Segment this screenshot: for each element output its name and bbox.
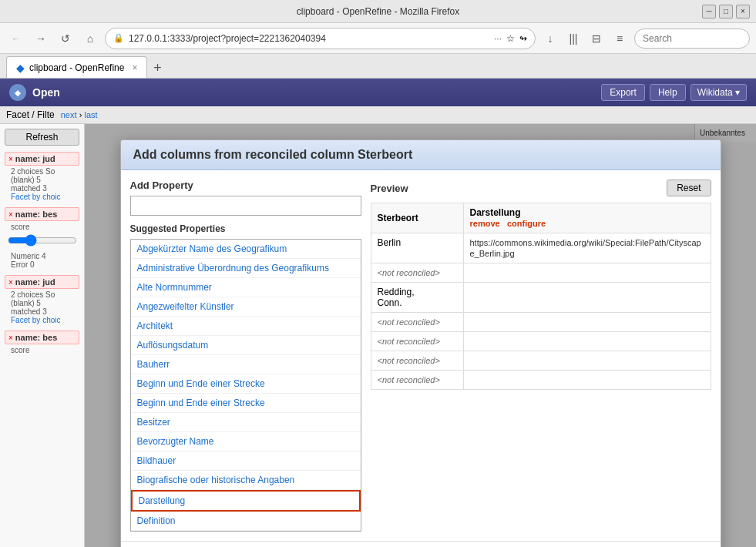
export-button[interactable]: Export (601, 84, 645, 101)
property-input[interactable] (130, 196, 361, 216)
refresh-button[interactable]: Refresh (5, 129, 79, 146)
suggestion-bevorzugter[interactable]: Bevorzugter Name (131, 432, 361, 451)
slider-container (5, 231, 79, 252)
redding-text: Redding,Conn. (378, 287, 415, 308)
suggestion-darstellung[interactable]: Darstellung (131, 490, 361, 512)
table-row: <not reconciled> (371, 332, 711, 351)
facet-matched: matched 3 (5, 184, 79, 193)
menu-button[interactable]: ≡ (610, 29, 630, 49)
sub-header: Facet / Filte next › last (0, 106, 756, 124)
window-controls: ─ □ × (702, 5, 750, 18)
facet-filter-label: Facet / Filte (6, 109, 55, 120)
forward-button[interactable]: → (31, 29, 51, 49)
row6-col2 (463, 351, 711, 371)
facet-item: × name: jud (5, 152, 79, 166)
suggestion-auflosung[interactable]: Auflösungsdatum (131, 336, 361, 355)
table-row: Redding,Conn. (371, 283, 711, 313)
facet-blank: (blank) 5 (5, 176, 79, 184)
reload-button[interactable]: ↺ (55, 29, 76, 49)
suggestion-architekt[interactable]: Architekt (131, 317, 361, 336)
row3-col2 (463, 283, 711, 313)
suggestion-bildhauer[interactable]: Bildhauer (131, 451, 361, 471)
bookmark-icon: ☆ (506, 33, 515, 44)
facet-matched-2: matched 3 (5, 307, 79, 316)
wikidata-button[interactable]: Wikidata ▾ (690, 84, 747, 101)
facet-blank-2: (blank) 5 (5, 299, 79, 307)
col2-header-label: Darstellung (470, 207, 704, 218)
facet-link-2[interactable]: Facet by choic (5, 316, 79, 324)
app-container: ◆ Open Export Help Wikidata ▾ Facet / Fi… (0, 79, 756, 547)
not-reconciled-5: <not reconciled> (378, 375, 440, 384)
bg-content: Unbekanntes Add columns from reconciled … (85, 124, 756, 547)
main-content: Refresh × name: jud 2 choices So (blank)… (0, 124, 756, 547)
help-button[interactable]: Help (650, 84, 686, 101)
dialog-footer: OK Cancel (121, 541, 721, 547)
reading-list-button[interactable]: ||| (563, 29, 583, 49)
suggestion-administrative[interactable]: Administrative Überordnung des Geografik… (131, 259, 361, 278)
suggestion-definition[interactable]: Definition (131, 512, 361, 531)
back-button[interactable]: ← (6, 29, 26, 49)
reader-mode-button[interactable]: ⊟ (586, 29, 606, 49)
tab-label: clipboard - OpenRefine (29, 62, 124, 73)
table-row: <not reconciled> (371, 263, 711, 283)
suggestion-bauherr[interactable]: Bauherr (131, 355, 361, 374)
row2-col2 (463, 263, 711, 283)
table-row: <not reconciled> (371, 351, 711, 371)
address-bar[interactable]: 🔒 127.0.0.1:3333/project?project=2221362… (105, 28, 536, 49)
downloads-button[interactable]: ↓ (540, 29, 560, 49)
configure-link[interactable]: configure (507, 219, 546, 228)
suggestion-besitzer[interactable]: Besitzer (131, 413, 361, 432)
sidebar: Refresh × name: jud 2 choices So (blank)… (0, 124, 85, 547)
not-reconciled-2: <not reconciled> (378, 317, 440, 327)
app-logo: ◆ (9, 84, 26, 101)
active-tab[interactable]: ◆ clipboard - OpenRefine × (6, 56, 147, 78)
last-link[interactable]: last (85, 110, 98, 119)
app-header: ◆ Open Export Help Wikidata ▾ (0, 79, 756, 106)
facet-item-3: × name: jud (5, 275, 79, 289)
facet-close-button-3[interactable]: × (8, 278, 13, 287)
next-link[interactable]: next (61, 110, 77, 119)
lock-icon: 🔒 (113, 33, 124, 43)
facet-error-label: Error 0 (5, 260, 79, 269)
suggestion-beginn2[interactable]: Beginn und Ende einer Strecke (131, 394, 361, 413)
facet-close-button-4[interactable]: × (8, 334, 13, 342)
new-tab-button[interactable]: + (147, 58, 167, 78)
berlin-url: https://commons.wikimedia.org/wiki/Speci… (470, 238, 701, 258)
remove-link[interactable]: remove (470, 219, 500, 228)
close-button[interactable]: × (736, 5, 750, 18)
preview-header: Preview Reset (371, 180, 711, 196)
row1-col2: https://commons.wikimedia.org/wiki/Speci… (463, 233, 711, 263)
darstellung-label: Darstellung (139, 495, 186, 506)
maximize-button[interactable]: □ (719, 5, 733, 18)
reset-button[interactable]: Reset (667, 180, 711, 196)
tab-favicon: ◆ (16, 62, 25, 74)
row2-col1: <not reconciled> (371, 263, 463, 283)
facet-close-button[interactable]: × (8, 155, 13, 163)
left-panel: Add Property Suggested Properties Abgekü… (130, 180, 361, 532)
add-property-label: Add Property (130, 180, 361, 191)
facet-sub: 2 choices So (5, 167, 79, 176)
score-slider[interactable] (8, 234, 77, 247)
table-row: <not reconciled> (371, 313, 711, 332)
suggestion-biografische[interactable]: Biografische oder historische Angaben (131, 471, 361, 490)
more-icon: ··· (494, 33, 502, 44)
home-button[interactable]: ⌂ (80, 29, 100, 49)
suggestion-beginn1[interactable]: Beginn und Ende einer Strecke (131, 374, 361, 394)
browser-title: clipboard - OpenRefine - Mozilla Firefox (297, 6, 459, 17)
suggestion-angezweifelter[interactable]: Angezweifelter Künstler (131, 297, 361, 317)
suggestion-abgekurzter[interactable]: Abgekürzter Name des Geografikum (131, 240, 361, 259)
tab-close-button[interactable]: × (132, 62, 137, 73)
not-reconciled-3: <not reconciled> (378, 337, 440, 346)
table-row: <not reconciled> (371, 371, 711, 390)
app-title: Open (32, 86, 60, 99)
facet-item-4: × name: bes (5, 331, 79, 344)
wikidata-label: Wikidata ▾ (697, 87, 740, 98)
minimize-button[interactable]: ─ (702, 5, 716, 18)
search-input[interactable] (634, 29, 750, 49)
facet-close-button-2[interactable]: × (8, 210, 13, 219)
app-header-right: Export Help Wikidata ▾ (601, 84, 747, 101)
row7-col2 (463, 371, 711, 390)
suggestion-alte[interactable]: Alte Normnummer (131, 278, 361, 297)
col-header-sterbeort: Sterbeort (371, 203, 463, 233)
facet-link-1[interactable]: Facet by choic (5, 193, 79, 201)
